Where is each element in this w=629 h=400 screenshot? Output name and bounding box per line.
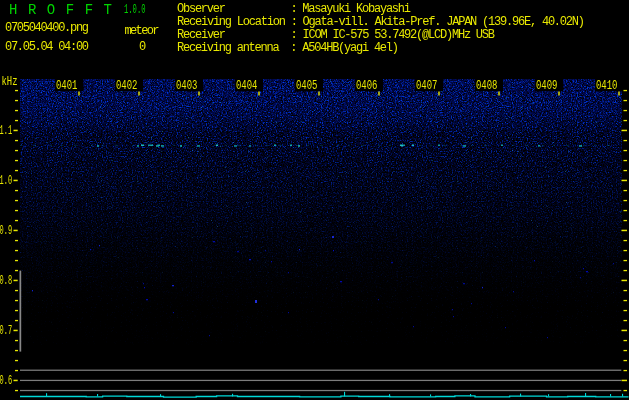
svg-text:0401: 0401	[56, 78, 78, 93]
svg-text:0403: 0403	[176, 78, 198, 93]
svg-text:Receiver : ICOM IC-5: Receiver : ICOM IC-575 53.7492(@LCD)MHz …	[177, 28, 495, 42]
svg-text:0408: 0408	[476, 78, 498, 93]
svg-text:0.6: 0.6	[0, 373, 12, 388]
svg-text:0410: 0410	[596, 78, 618, 93]
svg-text:1.1: 1.1	[0, 123, 12, 138]
svg-text:0407: 0407	[416, 78, 438, 93]
svg-text:0.9: 0.9	[0, 223, 12, 238]
svg-text:Receiving antenna : A504HB(ya: Receiving antenna : A504HB(yagi 4el)	[177, 41, 399, 55]
svg-text:H R O F F T: H R O F F T	[9, 2, 112, 18]
svg-text:0: 0	[139, 40, 146, 54]
svg-text:Receiving Location : Ogata-vil: Receiving Location : Ogata-vill. Akita-P…	[177, 15, 585, 29]
svg-text:0409: 0409	[536, 78, 558, 93]
svg-text:0.8: 0.8	[0, 273, 12, 288]
svg-text:0404: 0404	[236, 78, 258, 93]
svg-text:0405: 0405	[296, 78, 318, 93]
svg-text:0406: 0406	[356, 78, 378, 93]
svg-text:kHz: kHz	[2, 75, 18, 89]
svg-text:0402: 0402	[116, 78, 138, 93]
svg-text:0.7: 0.7	[0, 323, 12, 338]
svg-text:meteor: meteor	[125, 24, 160, 38]
svg-text:0705040400.png: 0705040400.png	[5, 21, 89, 35]
svg-text:07.05.04 04:00: 07.05.04 04:00	[5, 40, 89, 54]
svg-text:1.0.0: 1.0.0	[124, 3, 146, 17]
svg-text:1.0: 1.0	[0, 173, 12, 188]
svg-text:Observer : Masayuki: Observer : Masayuki Kobayashi	[177, 2, 411, 16]
